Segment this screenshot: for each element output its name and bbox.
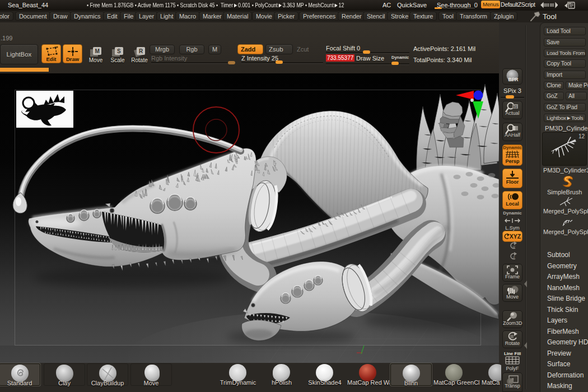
svg-text:Y: Y: [512, 245, 516, 250]
svg-text:S: S: [117, 48, 121, 54]
svg-text:x1: x1: [513, 105, 517, 109]
svg-text:BPR: BPR: [508, 77, 519, 82]
svg-text:R: R: [139, 48, 143, 54]
svg-text:Z: Z: [512, 255, 515, 260]
svg-text:M: M: [95, 48, 100, 54]
